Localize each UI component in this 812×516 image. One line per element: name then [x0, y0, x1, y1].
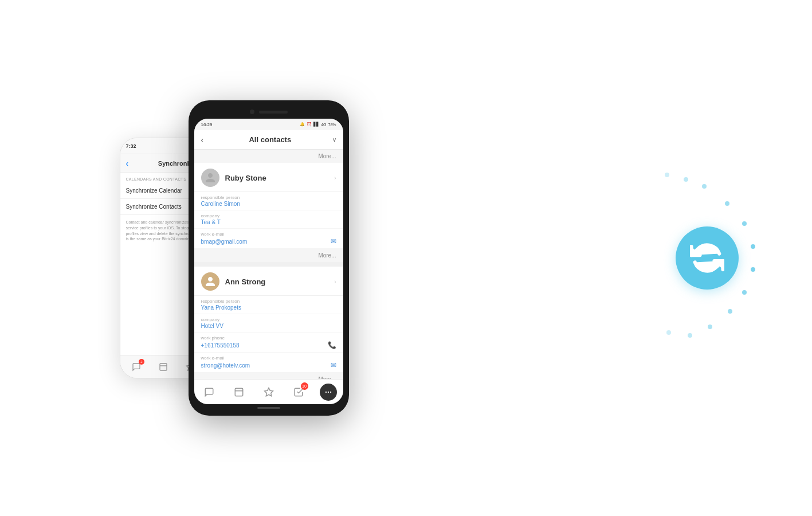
svg-point-12	[751, 244, 755, 249]
ruby-company-label: company	[201, 213, 336, 218]
home-bar-line	[257, 407, 280, 409]
sync-button[interactable]	[676, 226, 739, 290]
android-tab-feed[interactable]	[230, 384, 248, 401]
ruby-company-field: company Tea & T	[194, 210, 343, 229]
ruby-company-value: Tea & T	[201, 219, 336, 225]
svg-rect-0	[160, 363, 167, 370]
android-tab-notifications[interactable]	[260, 384, 277, 401]
ann-company-name: Hotel VV	[201, 323, 223, 329]
ann-email-icon: ✉	[331, 361, 336, 369]
ruby-company-name: Tea & T	[201, 219, 221, 225]
ruby-responsible-value: Caroline Simon	[201, 201, 336, 207]
android-status-bar: 16:29 🔔 ⏰ ▋▋ 4G 78%	[194, 119, 343, 130]
ruby-stone-avatar	[201, 169, 219, 187]
ann-email: strong@hotelv.com	[201, 362, 250, 369]
ios-tab-feed[interactable]	[157, 361, 170, 373]
svg-point-14	[742, 290, 747, 295]
android-time: 16:29	[201, 122, 213, 127]
android-tab-chat[interactable]	[201, 384, 218, 401]
android-nav-bar: ‹ All contacts ∨	[194, 130, 343, 150]
speaker	[259, 111, 288, 114]
svg-point-17	[688, 333, 692, 338]
ann-company-value: Hotel VV	[201, 323, 336, 329]
svg-point-9	[702, 184, 707, 189]
android-check-badge: 10	[301, 382, 308, 390]
ruby-stone-name: Ruby Stone	[225, 174, 335, 182]
ann-strong-avatar	[201, 272, 219, 291]
ann-more-row[interactable]: More...	[194, 373, 343, 379]
contact-card-ann: Ann Strong › responsible person Yana Pro…	[194, 267, 343, 379]
ios-back-button[interactable]: ‹	[126, 159, 129, 168]
svg-point-16	[708, 325, 712, 329]
bell-icon: 🔔	[300, 122, 305, 127]
ann-phone-label: work phone	[201, 335, 336, 341]
email-icon: ✉	[331, 237, 336, 245]
android-camera-bar	[194, 106, 343, 118]
network-icon: 4G	[321, 123, 326, 127]
ios-chat-badge: 2	[139, 359, 144, 365]
android-nav-title: All contacts	[208, 135, 332, 144]
battery-android-icon: 78%	[328, 123, 336, 127]
svg-point-19	[684, 177, 688, 182]
ruby-stone-header[interactable]: Ruby Stone ›	[194, 163, 343, 192]
ann-responsible-name: Yana Prokopets	[201, 304, 241, 311]
svg-rect-3	[235, 388, 243, 396]
svg-point-7	[327, 391, 328, 392]
ann-responsible-field: responsible person Yana Prokopets	[194, 296, 343, 314]
svg-marker-5	[264, 388, 273, 396]
alarm-icon: ⏰	[307, 122, 312, 127]
sync-area	[676, 226, 739, 290]
scene: 7:32 ●●● ▲ ▮ ‹ Synchronize CALENDARS AND…	[120, 57, 693, 459]
camera-dot	[250, 110, 254, 114]
svg-point-15	[728, 309, 732, 314]
ann-phone-field: work phone +16175550158 📞	[194, 333, 343, 353]
ann-company-field: company Hotel VV	[194, 314, 343, 333]
ruby-email-value[interactable]: bmap@gmail.com ✉	[201, 237, 336, 245]
ios-tab-chat[interactable]: 2	[130, 361, 143, 373]
ann-email-label: work e-mail	[201, 355, 336, 361]
ann-email-value[interactable]: strong@hotelv.com ✉	[201, 361, 336, 369]
android-tab-more[interactable]	[320, 384, 337, 401]
ruby-responsible-label: responsible person	[201, 195, 336, 200]
android-screen: 16:29 🔔 ⏰ ▋▋ 4G 78% ‹ All contacts ∨ Mor…	[194, 119, 343, 404]
ann-strong-header[interactable]: Ann Strong ›	[194, 267, 343, 296]
ann-responsible-label: responsible person	[201, 299, 336, 304]
android-content: More... Ruby Stone › responsible person …	[194, 150, 343, 379]
ann-responsible-value: Yana Prokopets	[201, 304, 336, 311]
android-phone: 16:29 🔔 ⏰ ▋▋ 4G 78% ‹ All contacts ∨ Mor…	[189, 100, 349, 416]
android-back-button[interactable]: ‹	[201, 135, 204, 144]
svg-point-8	[329, 391, 331, 392]
ann-phone: +16175550158	[201, 342, 240, 349]
svg-point-13	[751, 267, 755, 272]
ann-phone-value[interactable]: +16175550158 📞	[201, 341, 336, 349]
svg-point-11	[742, 221, 747, 226]
svg-point-10	[725, 201, 729, 206]
ann-email-field: work e-mail strong@hotelv.com ✉	[194, 353, 343, 373]
ruby-stone-chevron-icon: ›	[334, 175, 336, 181]
android-home-bar	[194, 405, 343, 410]
ruby-email-label: work e-mail	[201, 232, 336, 237]
android-nav-chevron-icon[interactable]: ∨	[332, 136, 336, 143]
ruby-email: bmap@gmail.com	[201, 239, 248, 245]
android-status-icons: 🔔 ⏰ ▋▋ 4G 78%	[300, 122, 336, 127]
android-tab-check[interactable]: 10	[290, 384, 307, 401]
ruby-more-row[interactable]: More...	[194, 249, 343, 262]
ann-company-label: company	[201, 317, 336, 322]
signal-bars-icon: ▋▋	[313, 122, 319, 127]
android-bottom-bar: 10	[194, 379, 343, 404]
phone-icon: 📞	[328, 341, 336, 349]
contact-card-ruby: Ruby Stone › responsible person Caroline…	[194, 163, 343, 262]
ann-strong-chevron-icon: ›	[334, 279, 336, 285]
more-row-top[interactable]: More...	[194, 150, 343, 163]
ruby-responsible-name: Caroline Simon	[201, 201, 240, 207]
ruby-responsible-field: responsible person Caroline Simon	[194, 192, 343, 210]
svg-point-20	[665, 173, 669, 177]
ruby-email-field: work e-mail bmap@gmail.com ✉	[194, 229, 343, 249]
ios-time: 7:32	[126, 143, 136, 149]
svg-point-18	[666, 330, 671, 335]
svg-point-6	[325, 391, 326, 392]
ann-strong-name: Ann Strong	[225, 277, 335, 286]
